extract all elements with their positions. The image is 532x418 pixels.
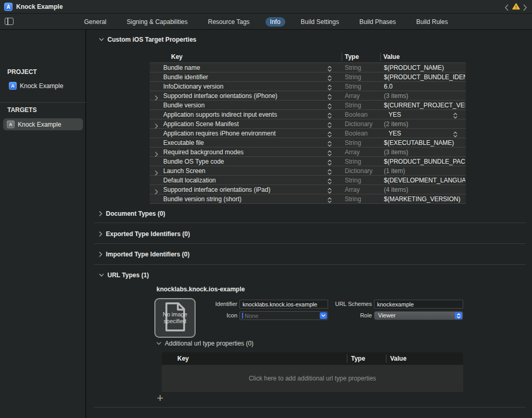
url-type-name: knocklabs.knock.ios-example — [156, 286, 245, 293]
tab-build-settings[interactable]: Build Settings — [296, 17, 344, 27]
forward-icon[interactable] — [523, 4, 528, 11]
section-divider — [94, 243, 526, 244]
property-value[interactable]: $(PRODUCT_BUNDLE_IDENT — [384, 73, 465, 81]
warning-icon[interactable] — [512, 3, 520, 12]
property-row[interactable]: Launch Screen Dictionary (1 item) — [150, 166, 466, 176]
section-imported-type-identifiers[interactable]: Imported Type Identifiers (0) — [99, 251, 189, 258]
property-row[interactable]: Bundle version string (short) String $(M… — [150, 194, 466, 204]
property-type: Array — [345, 186, 360, 193]
property-key: Supported interface orientations (iPad) — [163, 186, 270, 193]
no-image-specified-label: No image specified — [155, 311, 195, 325]
property-type: Array — [345, 149, 360, 156]
combo-dropdown-icon[interactable] — [320, 312, 327, 319]
property-type: Dictionary — [345, 120, 372, 128]
url-schemes-input[interactable] — [374, 300, 463, 309]
editor-tab-bar: GeneralSigning & CapabilitiesResource Ta… — [0, 14, 532, 30]
property-type: Boolean — [345, 111, 368, 118]
projects-targets-sidebar: PROJECT A Knock Example TARGETS A Knock … — [0, 30, 86, 418]
property-value[interactable]: (3 items) — [384, 149, 465, 156]
sidebar-item-target-selected[interactable]: A Knock Example — [3, 118, 83, 130]
section-title: URL Types (1) — [107, 272, 149, 279]
property-type: String — [345, 195, 361, 203]
property-row[interactable]: Supported interface orientations (iPhone… — [150, 91, 466, 101]
property-row[interactable]: Default localization String $(DEVELOPMEN… — [150, 176, 466, 185]
column-header-type: Type — [351, 355, 365, 362]
property-row[interactable]: Required background modes Array (3 items… — [150, 147, 466, 157]
property-type: Boolean — [345, 130, 368, 137]
title-bar: A Knock Example — [0, 0, 532, 14]
additional-table-header: Key Type Value — [162, 352, 463, 365]
popup-stepper-icon — [455, 312, 462, 319]
property-value[interactable]: $(PRODUCT_BUNDLE_PACKA — [384, 158, 465, 165]
property-value[interactable]: (1 item) — [384, 167, 465, 175]
property-row[interactable]: Bundle OS Type code String $(PRODUCT_BUN… — [150, 157, 466, 166]
property-value[interactable]: $(EXECUTABLE_NAME) — [384, 139, 465, 146]
section-document-types[interactable]: Document Types (0) — [99, 210, 165, 217]
property-row[interactable]: Bundle name String $(PRODUCT_NAME) — [150, 63, 466, 72]
column-header-key: Key — [171, 53, 183, 60]
identifier-label: Identifier — [198, 301, 237, 307]
section-divider — [94, 264, 526, 265]
add-properties-hint: Click here to add additional url type pr… — [249, 375, 376, 382]
property-key: Launch Screen — [163, 167, 205, 175]
tab-general[interactable]: General — [79, 17, 111, 27]
tab-build-phases[interactable]: Build Phases — [355, 17, 401, 27]
property-value[interactable]: $(PRODUCT_NAME) — [384, 64, 465, 71]
property-key: Application Scene Manifest — [163, 120, 239, 128]
property-key: Required background modes — [163, 149, 244, 156]
property-value[interactable]: (3 items) — [384, 92, 465, 100]
properties-table-header: Key Type Value — [150, 52, 466, 63]
target-tabs: GeneralSigning & CapabilitiesResource Ta… — [0, 14, 532, 30]
url-schemes-label: URL Schemes — [329, 301, 372, 307]
property-key: Bundle name — [163, 64, 200, 71]
property-key: Bundle version — [163, 102, 204, 109]
add-url-type-button[interactable]: + — [155, 392, 165, 405]
property-row[interactable]: Bundle version String $(CURRENT_PROJECT_… — [150, 101, 466, 110]
property-row[interactable]: InfoDictionary version String 6.0 — [150, 82, 466, 91]
property-key: Bundle OS Type code — [163, 158, 224, 165]
property-type: String — [345, 158, 361, 165]
property-key: Application requires iPhone environment — [163, 130, 275, 137]
section-additional-url-type-properties[interactable]: Additional url type properties (0) — [156, 340, 253, 347]
properties-table: Key Type Value Bundle name String $(PROD… — [150, 52, 466, 204]
property-value[interactable]: YES — [389, 111, 470, 118]
identifier-input[interactable] — [239, 300, 328, 309]
tab-info[interactable]: Info — [265, 17, 285, 27]
property-type: String — [345, 102, 361, 109]
section-custom-ios-target-properties[interactable]: Custom iOS Target Properties — [99, 36, 196, 43]
property-row[interactable]: Application requires iPhone environment … — [150, 129, 466, 138]
property-key: Default localization — [163, 177, 216, 184]
property-value[interactable]: 6.0 — [384, 83, 465, 90]
key-stepper-icon[interactable] — [328, 196, 332, 205]
property-row[interactable]: Executable file String $(EXECUTABLE_NAME… — [150, 138, 466, 147]
property-key: Bundle version string (short) — [163, 195, 241, 203]
property-value[interactable]: $(DEVELOPMENT_LANGUAGE — [384, 177, 465, 184]
project-icon: A — [9, 82, 17, 90]
icon-combo-box[interactable]: None — [239, 311, 328, 320]
section-title: Custom iOS Target Properties — [107, 36, 196, 43]
property-value[interactable]: (4 items) — [384, 186, 465, 193]
property-row[interactable]: Application Scene Manifest Dictionary (2… — [150, 119, 466, 129]
property-row[interactable]: Supported interface orientations (iPad) … — [150, 185, 466, 194]
tab-build-rules[interactable]: Build Rules — [412, 17, 453, 27]
role-label: Role — [329, 312, 372, 318]
section-exported-type-identifiers[interactable]: Exported Type Identifiers (0) — [99, 230, 190, 238]
role-popup-button[interactable]: Viewer — [374, 311, 463, 320]
property-row[interactable]: Application supports indirect input even… — [150, 110, 466, 119]
back-icon[interactable] — [504, 4, 509, 11]
tab-signing-capabilities[interactable]: Signing & Capabilities — [122, 17, 192, 27]
property-row[interactable]: Bundle identifier String $(PRODUCT_BUNDL… — [150, 72, 466, 82]
chevron-right-icon — [99, 231, 102, 237]
property-value[interactable]: $(CURRENT_PROJECT_VERS — [384, 102, 465, 109]
column-divider — [342, 53, 342, 61]
additional-table-empty-area[interactable]: Click here to add additional url type pr… — [162, 365, 463, 392]
section-url-types[interactable]: URL Types (1) — [99, 272, 149, 279]
property-value[interactable]: YES — [389, 130, 470, 137]
sidebar-item-project[interactable]: A Knock Example — [9, 82, 63, 90]
property-value[interactable]: (2 items) — [384, 120, 465, 128]
property-value[interactable]: $(MARKETING_VERSION) — [384, 195, 465, 203]
tab-resource-tags[interactable]: Resource Tags — [203, 17, 255, 27]
url-type-image-well[interactable]: No image specified — [154, 298, 196, 338]
column-divider — [347, 354, 347, 363]
property-key: InfoDictionary version — [163, 83, 223, 90]
